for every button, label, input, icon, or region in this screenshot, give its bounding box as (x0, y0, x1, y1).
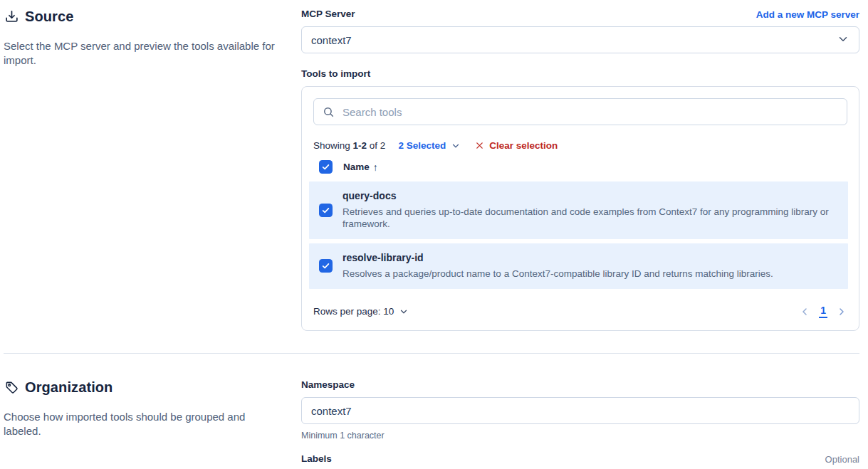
tool-name: resolve-library-id (343, 252, 773, 263)
name-column-label: Name (343, 162, 370, 172)
previous-page-button[interactable] (799, 306, 810, 317)
download-icon (5, 10, 19, 23)
namespace-field-wrap (301, 397, 859, 424)
page-number-button[interactable]: 1 (819, 305, 827, 318)
chevron-down-icon (451, 141, 461, 151)
tools-panel-footer: Rows per page: 10 1 (302, 289, 859, 330)
namespace-label-row: Namespace (301, 379, 859, 391)
tools-panel: Showing 1-2 of 2 2 Selected (301, 86, 859, 331)
organization-section-intro: Organization Choose how imported tools s… (4, 378, 301, 469)
source-section-title: Source (5, 9, 281, 25)
next-page-button[interactable] (836, 306, 847, 317)
tool-description: Resolves a package/product name to a Con… (343, 268, 773, 280)
organization-section-title: Organization (5, 379, 281, 396)
import-mcp-tools-page: Source Select the MCP server and preview… (0, 0, 868, 469)
clear-selection-button[interactable]: Clear selection (475, 140, 558, 151)
namespace-field[interactable] (311, 405, 849, 417)
pagination: 1 (799, 305, 847, 318)
chevron-down-icon (399, 307, 409, 317)
selected-dropdown-button[interactable]: 2 Selected (398, 140, 461, 151)
tools-search-box (313, 98, 847, 125)
showing-count-text: Showing 1-2 of 2 (313, 140, 385, 151)
labels-label: Labels (301, 453, 332, 465)
name-column-header[interactable]: Name ↑ (343, 162, 378, 173)
row-checkbox[interactable] (319, 259, 333, 273)
mcp-server-selected-value: context7 (311, 34, 352, 46)
tools-table-header: Name ↑ (319, 160, 847, 174)
organization-title-text: Organization (25, 379, 113, 396)
mcp-server-label: MCP Server (301, 9, 355, 20)
chevron-down-icon (837, 33, 849, 48)
tool-description: Retrieves and queries up-to-date documen… (343, 206, 837, 230)
mcp-server-select[interactable]: context7 (301, 26, 859, 53)
labels-field-group: Labels Optional (301, 453, 859, 469)
selected-count-label: 2 Selected (398, 140, 446, 151)
rows-per-page-value: 10 (383, 306, 394, 317)
select-all-checkbox[interactable] (319, 160, 333, 174)
row-checkbox[interactable] (319, 204, 333, 217)
section-divider (4, 353, 859, 354)
labels-label-row: Labels Optional (301, 453, 859, 465)
tools-search-input[interactable] (341, 105, 838, 119)
tool-row-content: query-docs Retrieves and queries up-to-d… (343, 190, 837, 230)
search-icon (323, 106, 335, 118)
close-icon (475, 141, 484, 150)
rows-per-page-label: Rows per page: (313, 306, 381, 317)
showing-prefix: Showing (313, 140, 350, 151)
tools-rows: query-docs Retrieves and queries up-to-d… (309, 181, 848, 289)
tool-row-content: resolve-library-id Resolves a package/pr… (343, 252, 773, 280)
organization-section-description: Choose how imported tools should be grou… (4, 410, 260, 438)
showing-range: 1-2 (353, 140, 367, 151)
tag-icon (5, 381, 19, 394)
organization-section-form: Namespace Minimum 1 character Labels Opt… (301, 378, 859, 469)
rows-per-page-control[interactable]: Rows per page: 10 (313, 306, 409, 317)
source-section-form: MCP Server Add a new MCP server context7… (301, 7, 859, 331)
source-title-text: Source (25, 9, 73, 25)
namespace-hint: Minimum 1 character (301, 431, 859, 441)
table-row[interactable]: query-docs Retrieves and queries up-to-d… (309, 181, 848, 239)
sort-ascending-icon: ↑ (373, 162, 378, 173)
labels-optional-badge: Optional (825, 454, 859, 465)
namespace-label: Namespace (301, 379, 355, 391)
clear-selection-label: Clear selection (489, 140, 558, 151)
table-row[interactable]: resolve-library-id Resolves a package/pr… (309, 243, 848, 289)
organization-section: Organization Choose how imported tools s… (4, 378, 859, 469)
rows-per-page-text: Rows per page: 10 (313, 306, 394, 317)
mcp-server-label-row: MCP Server Add a new MCP server (301, 9, 859, 20)
source-section-intro: Source Select the MCP server and preview… (4, 7, 301, 331)
showing-suffix: of 2 (370, 140, 386, 151)
tool-name: query-docs (343, 190, 837, 201)
source-section: Source Select the MCP server and preview… (4, 7, 859, 331)
tools-to-import-label: Tools to import (301, 68, 859, 80)
add-mcp-server-link[interactable]: Add a new MCP server (756, 9, 859, 20)
source-section-description: Select the MCP server and preview the to… (4, 39, 280, 68)
selection-meta-row: Showing 1-2 of 2 2 Selected (313, 140, 847, 151)
